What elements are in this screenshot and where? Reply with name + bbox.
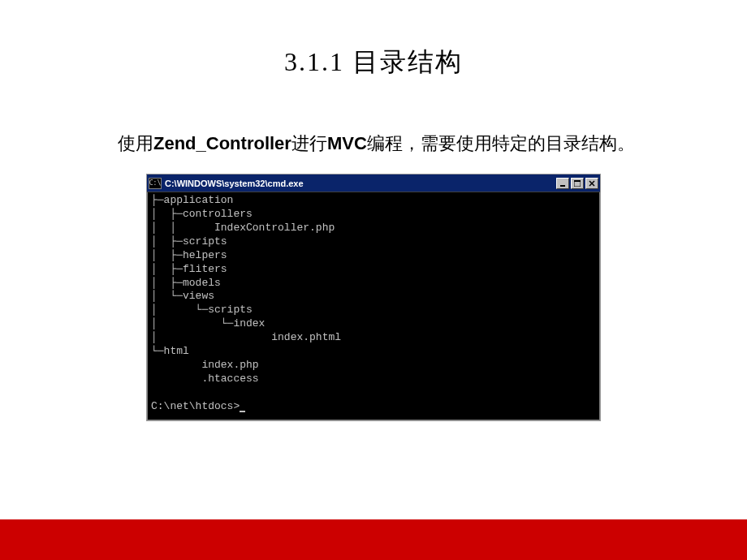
body-text-suffix: 编程，需要使用特定的目录结构。 — [367, 133, 635, 153]
body-bold-mvc: MVC — [327, 133, 367, 153]
close-icon — [589, 180, 595, 187]
maximize-icon — [574, 180, 581, 187]
cmd-body: ├─application │ ├─controllers │ │ IndexC… — [147, 192, 600, 420]
cmd-window-buttons — [555, 178, 598, 189]
slide-title: 3.1.1 目录结构 — [0, 0, 747, 80]
body-text-mid: 进行 — [291, 133, 327, 153]
bottom-red-bar — [0, 519, 747, 560]
cmd-title-text: C:\WINDOWS\system32\cmd.exe — [165, 179, 304, 188]
body-paragraph: 使用Zend_Controller进行MVC编程，需要使用特定的目录结构。 — [0, 80, 747, 157]
cmd-cursor — [240, 411, 245, 412]
body-bold-zend: Zend_Controller — [153, 133, 291, 153]
cmd-tree-output: ├─application │ ├─controllers │ │ IndexC… — [151, 194, 341, 411]
minimize-icon — [559, 180, 566, 187]
cmd-window: C:\ C:\WINDOWS\system32\cmd.exe ├─applic… — [146, 174, 601, 421]
svg-rect-0 — [560, 185, 565, 187]
cmd-titlebar: C:\ C:\WINDOWS\system32\cmd.exe — [147, 174, 600, 192]
body-text-prefix: 使用 — [118, 133, 153, 153]
maximize-button[interactable] — [571, 178, 584, 189]
close-button[interactable] — [585, 178, 598, 189]
cmd-app-icon: C:\ — [149, 178, 162, 189]
minimize-button[interactable] — [556, 178, 569, 189]
cmd-title-left: C:\ C:\WINDOWS\system32\cmd.exe — [149, 178, 304, 189]
svg-rect-2 — [574, 180, 581, 182]
